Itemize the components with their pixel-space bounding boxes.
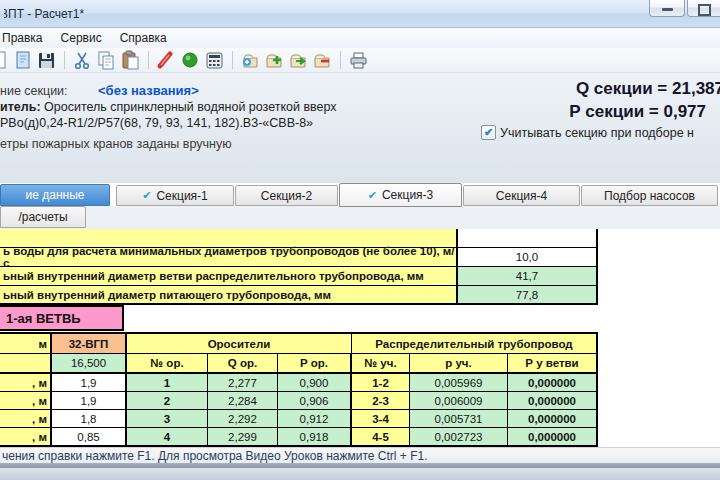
menu-edit[interactable]: Правка — [0, 29, 52, 47]
title-bar: ВПТ - Расчет1* — [0, 0, 720, 28]
param-label: ьный внутренний диаметр ветви распредели… — [0, 267, 458, 286]
sprinkler-no-cell: 2 — [127, 392, 208, 410]
save-icon[interactable] — [36, 50, 57, 71]
status-text: чения справки нажмите F1. Для просмотра … — [2, 449, 427, 463]
param-value: 41,7 — [458, 267, 598, 286]
param-value[interactable]: 10,0 — [458, 248, 598, 267]
p-branch-cell: 0,000000 — [508, 410, 598, 428]
tab-section-4[interactable]: Секция-4 — [463, 185, 580, 206]
length-cell[interactable]: 1,8 — [52, 410, 127, 428]
maximize-icon — [698, 4, 711, 16]
p-branch-cell: 0,000000 — [508, 392, 598, 410]
p-loss-cell: 0,005731 — [410, 410, 508, 428]
p-loss-cell: 0,002723 — [410, 428, 508, 447]
toolbar-separator — [232, 51, 233, 69]
calculator-icon[interactable] — [204, 50, 225, 71]
record-icon[interactable] — [180, 50, 201, 71]
tab-general-data[interactable]: ие данные — [0, 184, 110, 206]
section-tabs: ие данные ✔ Секция-1 Секция-2 ✔ Секция-3… — [0, 183, 720, 207]
sprinkler-no-cell: 3 — [127, 410, 208, 428]
row-delete-icon[interactable] — [312, 50, 333, 71]
header-col0: м — [0, 334, 52, 354]
minimize-icon — [662, 8, 673, 11]
tab-label: ие данные — [26, 188, 85, 202]
window-title: ВПТ - Расчет1* — [4, 7, 84, 21]
table-subheader-row: 16,500 № ор. Q ор. Р ор. № уч. р уч. Р у… — [0, 354, 598, 374]
app-window: ВПТ - Расчет1* Правка Сервис Справка — [0, 0, 720, 480]
section-add-icon[interactable] — [240, 50, 261, 71]
q-cell: 2,299 — [208, 428, 278, 447]
tab-data-calculations[interactable]: /расчеты — [0, 206, 86, 228]
tab-label: Секция-1 — [156, 189, 207, 203]
row-move-icon[interactable] — [288, 50, 309, 71]
include-section-checkbox[interactable]: ✔ — [481, 125, 496, 140]
open-icon[interactable] — [12, 50, 33, 71]
tab-label: Подбор насосов — [604, 189, 695, 203]
minimize-button[interactable] — [649, 0, 685, 17]
segment-cell: 1-2 — [352, 374, 410, 392]
hydrants-note: етры пожарных кранов заданы вручную — [0, 137, 232, 151]
check-icon: ✔ — [142, 190, 151, 201]
table-row: ьный внутренний диаметр питающего трубоп… — [0, 286, 598, 305]
length-cell[interactable]: 1,9 — [52, 392, 127, 410]
length-cell[interactable]: 0,85 — [52, 428, 127, 447]
param-label: ьный внутренний диаметр питающего трубоп… — [0, 286, 458, 305]
sub-tabs: /расчеты — [0, 206, 720, 229]
pipe-value: 16,500 — [52, 354, 127, 374]
p-cell: 0,906 — [278, 392, 352, 410]
toolbar-separator — [64, 51, 65, 69]
menu-bar: Правка Сервис Справка — [0, 28, 720, 48]
tab-pump-selection[interactable]: Подбор насосов — [581, 185, 718, 206]
subheader: № ор. — [127, 354, 208, 374]
table-row: , м 1,8 3 2,292 0,912 3-4 0,005731 0,000… — [0, 410, 598, 428]
q-cell: 2,292 — [208, 410, 278, 428]
cut-icon[interactable] — [72, 50, 93, 71]
sprinkler-label: итель: — [0, 100, 41, 114]
q-cell: 2,284 — [208, 392, 278, 410]
check-icon: ✔ — [368, 190, 377, 201]
segment-cell: 2-3 — [352, 392, 410, 410]
maximize-button[interactable] — [687, 0, 720, 17]
table-row: ьный внутренний диаметр ветви распредели… — [0, 267, 598, 286]
param-label: ь воды для расчета минимальных диаметров… — [0, 248, 458, 267]
paste-icon[interactable] — [120, 50, 141, 71]
q-cell: 2,277 — [208, 374, 278, 392]
include-section-label: Учитывать секцию при подборе н — [500, 126, 694, 140]
length-cell[interactable]: 1,9 — [52, 374, 127, 392]
q-section-value: Q секции = 21,387 — [576, 79, 720, 99]
status-bar: чения справки нажмите F1. Для просмотра … — [0, 447, 720, 463]
clear-icon[interactable] — [156, 50, 177, 71]
sprinkler-description-line1: Ороситель спринклерный водяной розеткой … — [41, 100, 337, 114]
sprinkler-no-cell: 1 — [127, 374, 208, 392]
sprinkler-description-line2: РВо(д)0,24-R1/2/Р57(68, 79, 93, 141, 182… — [0, 116, 313, 130]
parameters-table: ь воды для расчета минимальных диаметров… — [0, 229, 598, 305]
row-add-icon[interactable] — [264, 50, 285, 71]
subheader: Р у ветви — [508, 354, 598, 374]
toolbar — [0, 48, 720, 73]
tab-section-1[interactable]: ✔ Секция-1 — [116, 185, 234, 206]
p-section-value: Р секции = 0,977 — [569, 102, 706, 122]
section-name-link[interactable]: <без названия> — [98, 83, 199, 98]
new-icon[interactable] — [0, 50, 9, 71]
p-cell: 0,918 — [278, 428, 352, 447]
section-name-label: ние секции: — [0, 84, 68, 98]
toolbar-separator — [340, 51, 341, 69]
segment-cell: 3-4 — [352, 410, 410, 428]
row-label: , м — [0, 428, 52, 447]
checkbox-check-icon: ✔ — [484, 127, 493, 138]
toolbar-separator — [148, 51, 149, 69]
table-row: , м 0,85 4 2,299 0,918 4-5 0,002723 0,00… — [0, 428, 598, 447]
menu-service[interactable]: Сервис — [52, 29, 111, 47]
tab-label: Секция-2 — [261, 189, 312, 203]
header-group-sprinklers: Оросители — [127, 334, 352, 354]
p-branch-cell: 0,000000 — [508, 374, 598, 392]
header-group-pipe: Распределительный трубопровод — [352, 334, 598, 354]
table-header-row: м 32-ВГП Оросители Распределительный тру… — [0, 334, 598, 354]
calculation-sheet: ь воды для расчета минимальных диаметров… — [0, 229, 720, 447]
tab-section-2[interactable]: Секция-2 — [235, 185, 338, 206]
copy-icon[interactable] — [96, 50, 117, 71]
window-frame-bottom — [0, 468, 720, 480]
print-icon[interactable] — [348, 50, 369, 71]
menu-help[interactable]: Справка — [111, 29, 176, 47]
tab-section-3[interactable]: ✔ Секция-3 — [339, 183, 462, 207]
